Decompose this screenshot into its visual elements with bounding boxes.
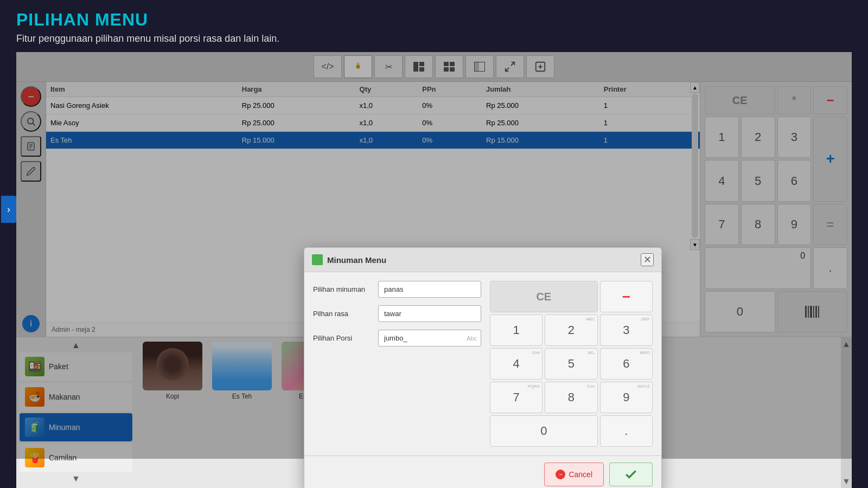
form-row-porsi: Pilihan Porsi Abc — [313, 330, 481, 346]
page-subtitle: Fitur penggunaan pilihan menu misal pors… — [16, 33, 852, 44]
label-pilhan-rasa: Pilhan rasa — [313, 310, 373, 318]
modal-9-btn[interactable]: 9WXYZ — [600, 382, 653, 413]
cancel-icon: − — [556, 470, 565, 479]
modal-dot-btn[interactable]: . — [600, 415, 653, 447]
modal-numpad: CE − 1 2ABC 3DEF 4GHI 5JKL 6MNO 7PQRS 8T… — [490, 281, 653, 447]
modal-body: Pilihan minuman Pilhan rasa Pilihan Pors… — [304, 272, 661, 455]
input-pilihan-porsi[interactable] — [378, 330, 481, 346]
modal-8-btn[interactable]: 8TUV — [545, 382, 597, 413]
modal-2-btn[interactable]: 2ABC — [545, 314, 597, 346]
confirm-btn[interactable] — [609, 463, 653, 486]
modal-footer: − Cancel — [304, 455, 661, 488]
modal-3-btn[interactable]: 3DEF — [600, 314, 653, 346]
label-pilihan-porsi: Pilihan Porsi — [313, 334, 373, 342]
input-pilihan-minuman[interactable] — [378, 281, 481, 298]
category-scroll-down[interactable]: ▼ — [20, 474, 132, 484]
modal-dialog: Minuman Menu ✕ Pilihan minuman Pilhan ra… — [304, 247, 662, 488]
modal-form: Pilihan minuman Pilhan rasa Pilihan Pors… — [313, 281, 481, 447]
pos-container: </> ✂ − — [16, 52, 852, 459]
page-title: PILIHAN MENU — [16, 10, 852, 30]
modal-icon — [312, 254, 323, 265]
modal-minus-btn[interactable]: − — [600, 281, 653, 312]
input-pilhan-rasa[interactable] — [378, 305, 481, 322]
modal-4-btn[interactable]: 4GHI — [490, 348, 542, 380]
modal-ce-btn[interactable]: CE — [490, 281, 598, 312]
modal-close-btn[interactable]: ✕ — [641, 253, 654, 266]
modal-title: Minuman Menu — [327, 255, 386, 265]
header: PILIHAN MENU Fitur penggunaan pilihan me… — [0, 0, 868, 52]
label-pilihan-minuman: Pilihan minuman — [313, 285, 373, 293]
modal-1-btn[interactable]: 1 — [490, 314, 542, 346]
modal-6-btn[interactable]: 6MNO — [600, 348, 653, 380]
cancel-btn[interactable]: − Cancel — [544, 463, 604, 486]
modal-5-btn[interactable]: 5JKL — [545, 348, 597, 380]
abc-indicator: Abc — [467, 335, 477, 342]
modal-0-btn[interactable]: 0 — [490, 415, 598, 447]
sidebar-expand-btn[interactable]: › — [1, 196, 16, 223]
modal-7-btn[interactable]: 7PQRS — [490, 382, 542, 413]
menu-scroll-down-btn[interactable]: ▼ — [842, 477, 851, 486]
form-row-rasa: Pilhan rasa — [313, 305, 481, 322]
modal-header: Minuman Menu ✕ — [304, 248, 661, 272]
modal-overlay: Minuman Menu ✕ Pilihan minuman Pilhan ra… — [16, 52, 852, 459]
form-row-minuman: Pilihan minuman — [313, 281, 481, 298]
